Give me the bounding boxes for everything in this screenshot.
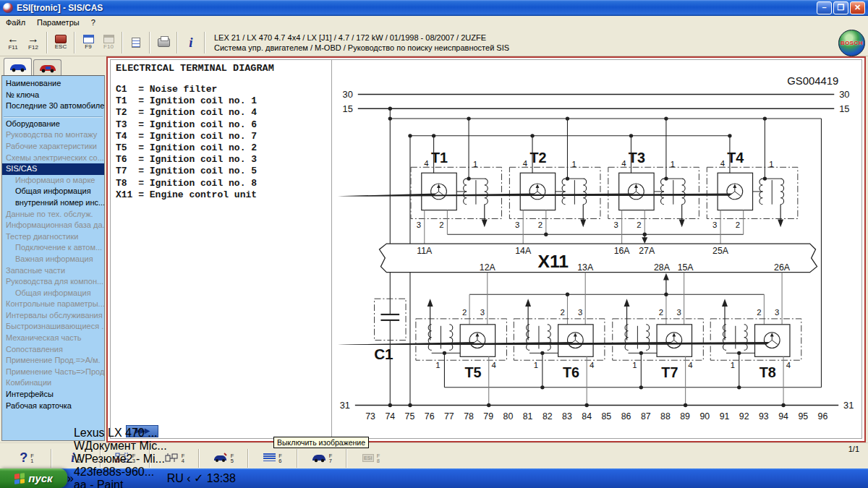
terminal-79: 79 bbox=[483, 411, 493, 421]
x11-pin-14A: 14A bbox=[515, 246, 532, 256]
window-layout-icon bbox=[83, 35, 94, 43]
junction-dot bbox=[737, 385, 741, 389]
coil-winding-icon bbox=[780, 179, 783, 205]
terminal-75: 75 bbox=[405, 411, 415, 421]
sidebar-item[interactable]: № ключа bbox=[2, 90, 104, 101]
toolbar-separator bbox=[176, 32, 178, 53]
toolbar-separator bbox=[46, 32, 48, 53]
clock: 13:38 bbox=[207, 472, 236, 484]
system-tray: RU ‹ ✓ 13:38 bbox=[167, 471, 236, 485]
bus-label-31: 31 bbox=[340, 400, 350, 411]
content-area: ELECTRICAL TERMINAL DIAGRAM C1 = Noise f… bbox=[106, 56, 866, 442]
sidebar-item: Тестер диагностики bbox=[2, 231, 104, 243]
taskbar-task-paint[interactable]: aa - Paint bbox=[74, 479, 167, 488]
sidebar-item[interactable]: Рабочая карточка bbox=[2, 401, 104, 412]
taskbar-task-word[interactable]: WДокумент Mic... bbox=[74, 440, 167, 453]
previous-icon[interactable]: ‹ bbox=[187, 472, 190, 484]
sidebar-item[interactable]: Последние 30 автомобилей bbox=[2, 100, 104, 112]
junction-dot bbox=[540, 385, 544, 389]
task-label: Документ Mic... bbox=[85, 440, 167, 452]
arrowhead bbox=[580, 219, 586, 227]
pin-label: 2 bbox=[538, 221, 542, 229]
function-button-f5[interactable]: F5 bbox=[200, 448, 247, 468]
arrowhead bbox=[624, 299, 630, 307]
forward-arrow-icon: → bbox=[27, 34, 39, 44]
taskbar-task-file[interactable]: 423fe88s-960... bbox=[74, 466, 167, 479]
tab-components[interactable] bbox=[33, 59, 61, 75]
arrowhead bbox=[679, 219, 685, 227]
pin-label: 4 bbox=[621, 159, 626, 168]
sidebar-menu: Наименование№ ключаПоследние 30 автомоби… bbox=[1, 75, 105, 441]
tab-vehicle[interactable] bbox=[4, 58, 32, 75]
sidebar-item: Важная информация bbox=[2, 254, 104, 265]
taskbar-task-chrome[interactable]: Lexus LX 470 ... bbox=[74, 427, 167, 440]
word-icon: W bbox=[74, 440, 85, 452]
forward-button[interactable]: → F12 bbox=[23, 30, 43, 55]
junction-dot bbox=[530, 134, 534, 137]
sidebar-item: Запасные части bbox=[2, 265, 104, 277]
sidebar-item: Данные по тех. обслуж. bbox=[2, 209, 104, 221]
sidebar-item[interactable]: SIS/CAS bbox=[2, 163, 104, 175]
escape-button[interactable]: ESC bbox=[51, 30, 71, 55]
pin-label: 3 bbox=[712, 221, 717, 229]
language-indicator[interactable]: RU bbox=[167, 472, 184, 484]
sidebar-separator bbox=[4, 113, 103, 117]
f9-window-button[interactable]: F9 bbox=[78, 30, 98, 55]
function-button-f6[interactable]: F6 bbox=[249, 448, 297, 468]
quicklaunch-overflow-chevron[interactable]: » bbox=[67, 472, 74, 484]
print-button[interactable] bbox=[153, 30, 174, 55]
function-button-f7[interactable]: F7 bbox=[298, 448, 346, 468]
shield-check-icon[interactable]: ✓ bbox=[194, 472, 203, 484]
sidebar-item[interactable]: Наименование bbox=[2, 78, 104, 90]
menu-item-?[interactable]: ? bbox=[85, 17, 101, 28]
sidebar-item: Интервалы обслуживания bbox=[2, 310, 104, 322]
sidebar-item: Комбинации bbox=[2, 377, 104, 389]
task-label: Lexus LX 470 ... bbox=[74, 427, 158, 439]
fkey-label: F7 bbox=[329, 453, 333, 463]
coil-label-T5: T5 bbox=[464, 364, 481, 380]
diagram-code: GS004419 bbox=[787, 75, 838, 87]
junction-dot bbox=[763, 176, 767, 180]
info-button[interactable]: i bbox=[181, 30, 201, 55]
arrowhead bbox=[663, 273, 669, 281]
restore-button[interactable]: ❐ bbox=[833, 1, 848, 14]
x11-pin-26A: 26A bbox=[774, 262, 791, 273]
minimize-button[interactable]: – bbox=[817, 1, 832, 14]
pin-label: 2 bbox=[439, 221, 443, 229]
toolbar-separator bbox=[149, 32, 150, 53]
terminal-95: 95 bbox=[798, 411, 808, 421]
close-button[interactable]: ✕ bbox=[850, 1, 865, 14]
pin-label: 4 bbox=[786, 361, 791, 369]
document-button[interactable] bbox=[126, 30, 146, 55]
pin-label: 1 bbox=[632, 361, 637, 369]
coil-winding-icon bbox=[548, 325, 550, 351]
app-icon bbox=[3, 3, 13, 13]
taskbar-task-word[interactable]: WРезюме2 - Mi... bbox=[74, 453, 167, 466]
sidebar-item: Применение Часть=>Прод. bbox=[2, 367, 104, 378]
pin-label: 2 bbox=[637, 221, 641, 229]
pin-label: 4 bbox=[523, 159, 527, 168]
menu-item-файл[interactable]: Файл bbox=[0, 17, 31, 28]
function-button-f1[interactable]: ?F1 bbox=[3, 448, 51, 468]
sidebar-item[interactable]: Интерфейсы bbox=[2, 389, 104, 401]
bus-label-30: 30 bbox=[839, 89, 849, 100]
start-button[interactable]: пуск bbox=[0, 468, 67, 488]
help-icon: ? bbox=[20, 450, 27, 466]
legend: ELECTRICAL TERMINAL DIAGRAM C1 = Noise f… bbox=[116, 63, 274, 201]
function-toolbar: ?F1iF2F3F4F5F6F7ESIF8 bbox=[3, 448, 395, 468]
pin-label: 4 bbox=[720, 159, 725, 168]
arrowhead bbox=[642, 237, 647, 244]
terminal-93: 93 bbox=[759, 411, 769, 421]
sidebar-item[interactable]: Общая информация bbox=[2, 186, 104, 197]
pin-label: 3 bbox=[677, 308, 681, 317]
tree-view-icon bbox=[103, 35, 114, 43]
window-title: ESI[tronic] - SIS/CAS bbox=[17, 3, 815, 13]
back-button[interactable]: ← F11 bbox=[3, 30, 23, 55]
sidebar-item[interactable]: Оборудование bbox=[2, 119, 104, 130]
back-arrow-icon: ← bbox=[7, 34, 19, 44]
bus-label-30: 30 bbox=[343, 89, 353, 100]
sidebar-item[interactable]: внутренний номер инс... bbox=[2, 197, 104, 209]
menu-item-параметры[interactable]: Параметры bbox=[31, 17, 85, 28]
terminal-73: 73 bbox=[365, 411, 375, 421]
esitronic-window: ESI[tronic] - SIS/CAS – ❐ ✕ ФайлПараметр… bbox=[0, 0, 868, 488]
